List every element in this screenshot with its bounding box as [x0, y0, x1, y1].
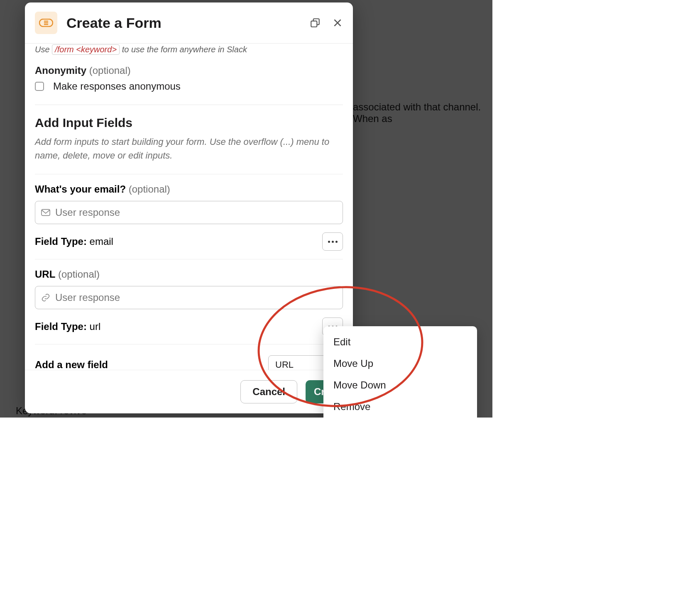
form-field-url: URL (optional) User response Field Type:…	[35, 269, 343, 344]
menu-item-remove[interactable]: Remove	[323, 396, 477, 418]
divider	[35, 174, 343, 174]
input-fields-help: Add form inputs to start building your f…	[35, 135, 343, 162]
create-form-modal: Create a Form Use /form <keyword> to use…	[25, 2, 353, 413]
link-icon	[41, 293, 50, 302]
app-icon	[35, 12, 57, 34]
overflow-context-menu: Edit Move Up Move Down Remove	[323, 326, 477, 418]
anonymous-checkbox-label: Make responses anonymous	[53, 81, 181, 92]
anonymous-checkbox-row[interactable]: Make responses anonymous	[35, 81, 343, 92]
modal-title: Create a Form	[66, 15, 301, 31]
svg-rect-8	[42, 210, 50, 216]
modal-body: Use /form <keyword> to use the form anyw…	[25, 43, 353, 370]
field-overflow-button[interactable]	[322, 232, 343, 251]
cancel-button[interactable]: Cancel	[240, 380, 297, 403]
input-placeholder: User response	[55, 292, 120, 303]
popout-icon[interactable]	[310, 17, 321, 28]
divider	[35, 105, 343, 105]
menu-item-move-up[interactable]: Move Up	[323, 353, 477, 374]
input-fields-heading: Add Input Fields	[35, 116, 343, 130]
url-input[interactable]: User response	[35, 286, 343, 309]
field-label: What's your email? (optional)	[35, 183, 343, 195]
menu-item-edit[interactable]: Edit	[323, 331, 477, 353]
field-type-label: Field Type: email	[35, 236, 113, 247]
usage-hint: Use /form <keyword> to use the form anyw…	[35, 44, 343, 55]
form-field-email: What's your email? (optional) User respo…	[35, 183, 343, 259]
email-input[interactable]: User response	[35, 201, 343, 224]
field-type-label: Field Type: url	[35, 321, 100, 332]
svg-rect-5	[311, 21, 317, 27]
add-field-row: Add a new field URL	[35, 355, 343, 370]
checkbox-icon[interactable]	[35, 82, 44, 91]
menu-item-move-down[interactable]: Move Down	[323, 374, 477, 396]
field-label: URL (optional)	[35, 269, 343, 280]
modal-footer: Cancel Create	[25, 370, 353, 413]
add-field-label: Add a new field	[35, 359, 108, 370]
close-icon[interactable]	[332, 17, 343, 28]
command-chip: /form <keyword>	[52, 44, 120, 55]
mail-icon	[41, 209, 50, 216]
modal-header: Create a Form	[25, 2, 353, 43]
input-placeholder: User response	[55, 207, 120, 218]
anonymity-label: Anonymity (optional)	[35, 65, 343, 76]
